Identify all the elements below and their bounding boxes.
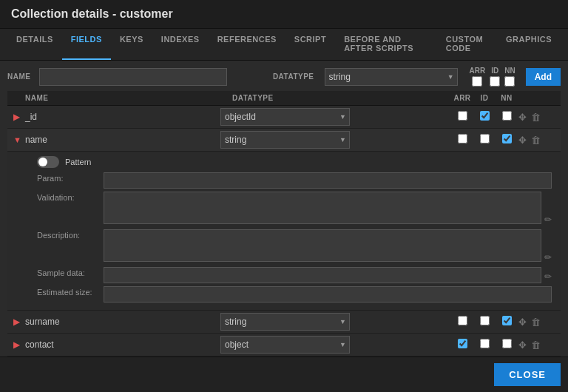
field-row-name: ▼ name string objectId number <box>7 129 561 152</box>
toggle-slider <box>37 156 59 168</box>
field-surname-arr-checkbox[interactable] <box>458 316 467 325</box>
field-expand-icon-id[interactable]: ▶ <box>13 112 25 122</box>
estimated-label: Estimated size: <box>37 286 104 297</box>
detail-panel-name: Pattern Param: Validation: ✏ <box>7 152 561 311</box>
description-textarea[interactable] <box>104 229 541 262</box>
detail-sample-row: Sample data: ✏ <box>37 267 552 283</box>
field-surname-datatype-select[interactable]: string objectId number <box>220 313 350 331</box>
new-field-arr-checkbox[interactable] <box>472 76 482 87</box>
tab-indexes[interactable]: INDEXES <box>152 29 209 60</box>
field-name-move-icon[interactable]: ✥ <box>518 134 527 146</box>
field-id-arr-checkbox[interactable] <box>458 111 467 121</box>
sample-value-container <box>104 267 541 283</box>
detail-estimated-row: Estimated size: <box>37 286 552 303</box>
field-surname-delete-icon[interactable]: 🗑 <box>530 316 541 328</box>
field-surname-datatype-wrapper: string objectId number <box>220 313 350 331</box>
pattern-label: Pattern <box>65 158 91 166</box>
field-surname-nn-cb <box>496 316 518 328</box>
field-surname-actions: ✥ 🗑 <box>518 316 555 328</box>
field-expand-icon-contact[interactable]: ▶ <box>13 340 25 350</box>
field-name-header-label: NAME <box>7 72 35 81</box>
col-header-id: ID <box>473 94 496 102</box>
pattern-toggle[interactable] <box>37 156 59 168</box>
field-name-arr-checkbox[interactable] <box>458 134 467 143</box>
field-name-delete-icon[interactable]: 🗑 <box>530 134 541 146</box>
field-id-nn-checkbox[interactable] <box>502 111 512 121</box>
field-id-move-icon[interactable]: ✥ <box>518 111 527 124</box>
tab-before-after[interactable]: BEFORE AND AFTER SCRIPTS <box>335 29 437 60</box>
field-id-nn-cb <box>496 111 518 123</box>
estimated-value-container <box>104 286 552 303</box>
field-name-nn-checkbox[interactable] <box>502 134 512 143</box>
sample-edit-icon[interactable]: ✏ <box>544 271 552 282</box>
field-datatype-name: string objectId number <box>220 131 368 149</box>
col-header-name: NAME <box>25 94 232 102</box>
field-id-datatype-select[interactable]: objectId string number <box>220 108 350 126</box>
dialog: Collection details - customer DETAILS FI… <box>0 0 568 392</box>
field-name-id-checkbox[interactable] <box>480 134 490 143</box>
field-contact-id-cb <box>473 339 496 351</box>
sample-input[interactable] <box>104 267 541 283</box>
field-name-datatype-select[interactable]: string objectId number <box>220 131 350 149</box>
bottom-bar: CLOSE <box>0 356 568 392</box>
field-contact-delete-icon[interactable]: 🗑 <box>530 339 541 351</box>
field-contact-datatype-wrapper: object string number <box>220 336 350 354</box>
new-field-id-checkbox[interactable] <box>490 76 500 87</box>
tab-keys[interactable]: KEYS <box>111 29 152 60</box>
field-row-id: ▶ _id objectId string number <box>7 106 561 129</box>
tab-graphics[interactable]: GRAPHICS <box>497 29 561 60</box>
description-value-container <box>104 229 541 264</box>
field-id-delete-icon[interactable]: 🗑 <box>530 111 541 124</box>
sample-label: Sample data: <box>37 267 104 277</box>
field-surname-nn-checkbox[interactable] <box>502 316 512 325</box>
new-field-nn-checkbox[interactable] <box>504 76 515 87</box>
tab-custom-code[interactable]: CUSTOM CODE <box>437 29 497 60</box>
field-surname-move-icon[interactable]: ✥ <box>518 316 527 328</box>
field-datatype-contact: object string number <box>220 336 368 354</box>
new-field-id-group: ID <box>490 67 500 87</box>
field-name-contact: contact <box>25 339 220 350</box>
tab-fields[interactable]: FIELDS <box>62 29 111 60</box>
estimated-input[interactable] <box>104 286 552 303</box>
field-contact-nn-checkbox[interactable] <box>502 339 512 348</box>
field-contact-actions: ✥ 🗑 <box>518 339 555 351</box>
detail-validation-row: Validation: ✏ <box>37 192 552 226</box>
tab-script[interactable]: SCRIPT <box>285 29 335 60</box>
new-field-name-input[interactable] <box>39 68 227 86</box>
col-header-datatype: DATATYPE <box>232 94 380 102</box>
field-name-surname: surname <box>25 317 220 327</box>
field-datatype-id: objectId string number <box>220 108 368 126</box>
field-name-id-cb <box>473 134 496 146</box>
new-field-nn-group: NN <box>504 67 515 87</box>
field-contact-id-checkbox[interactable] <box>480 339 490 348</box>
field-expand-icon-name[interactable]: ▼ <box>13 135 25 144</box>
nn-label: NN <box>504 67 515 75</box>
param-input[interactable] <box>104 172 552 189</box>
description-edit-icon[interactable]: ✏ <box>544 252 552 263</box>
field-surname-id-checkbox[interactable] <box>480 316 490 325</box>
fields-table: NAME DATATYPE ARR ID NN ▶ _id objectId s… <box>7 91 561 356</box>
add-field-button[interactable]: Add <box>526 68 561 86</box>
validation-edit-icon[interactable]: ✏ <box>544 214 552 225</box>
title-bar: Collection details - customer <box>0 0 568 29</box>
field-contact-move-icon[interactable]: ✥ <box>518 339 527 351</box>
new-field-datatype-select[interactable]: string objectId number boolean array obj… <box>325 68 458 86</box>
field-contact-arr-checkbox[interactable] <box>458 339 467 348</box>
field-contact-datatype-select[interactable]: object string number <box>220 336 350 354</box>
field-name-name: name <box>25 135 220 145</box>
tab-references[interactable]: REFERENCES <box>209 29 285 60</box>
description-label: Description: <box>37 229 104 240</box>
validation-value-container <box>104 192 541 226</box>
field-contact-nn-cb <box>496 339 518 351</box>
validation-label: Validation: <box>37 192 104 202</box>
field-expand-icon-surname[interactable]: ▶ <box>13 317 25 327</box>
field-id-id-checkbox[interactable] <box>480 111 490 121</box>
field-surname-id-cb <box>473 316 496 328</box>
field-name-datatype-wrapper: string objectId number <box>220 131 350 149</box>
field-row-surname: ▶ surname string objectId number <box>7 311 561 334</box>
validation-textarea[interactable] <box>104 192 541 224</box>
field-surname-arr-cb <box>451 316 473 328</box>
close-button[interactable]: CLOSE <box>494 363 561 386</box>
tab-details[interactable]: DETAILS <box>7 29 62 60</box>
field-name-actions: ✥ 🗑 <box>518 134 555 146</box>
